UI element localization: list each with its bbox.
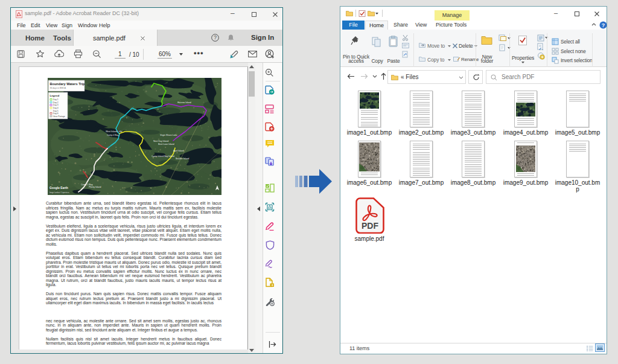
svg-text:Camp Island Bay Island: Camp Island Bay Island: [151, 155, 174, 158]
svg-text:Camp 4 Bay: Camp 4 Bay: [107, 134, 119, 136]
svg-text:?: ?: [214, 34, 217, 40]
svg-text:Gear Portage: Gear Portage: [53, 115, 65, 118]
svg-text:April Island: April Island: [173, 150, 184, 152]
svg-text:Havens Island: Havens Island: [177, 101, 191, 104]
svg-text:Boundary Waters Trip: Boundary Waters Trip: [50, 82, 85, 86]
svg-text:Google Earth: Google Earth: [49, 187, 68, 190]
svg-text:Next Day Island: Next Day Island: [153, 140, 168, 142]
svg-text:Legend: Legend: [50, 94, 60, 97]
svg-text:Virgin Shore Lake: Virgin Shore Lake: [160, 134, 177, 136]
svg-text:Day 3: Day 3: [53, 104, 59, 106]
svg-text:Day 4: Day 4: [53, 107, 59, 109]
svg-text:?: ?: [602, 22, 605, 28]
svg-text:Day 6: Day 6: [53, 112, 59, 115]
svg-text:Day 2: Day 2: [53, 101, 59, 104]
svg-text:Day 1: Day 1: [53, 98, 59, 101]
svg-text:Best Loon Island: Best Loon Island: [158, 143, 174, 145]
svg-text:Day 5: Day 5: [53, 110, 59, 112]
svg-text:36 days in BWCA: 36 days in BWCA: [50, 87, 66, 89]
svg-text:PDF: PDF: [362, 221, 378, 231]
svg-text:Bearfer Island: Bearfer Island: [176, 158, 189, 160]
svg-text:Plenty Island: Plenty Island: [89, 186, 101, 188]
svg-text:Image Landsat / Copernicus: Image Landsat / Copernicus: [49, 191, 69, 194]
svg-text:West Island Lake: West Island Lake: [106, 130, 123, 133]
